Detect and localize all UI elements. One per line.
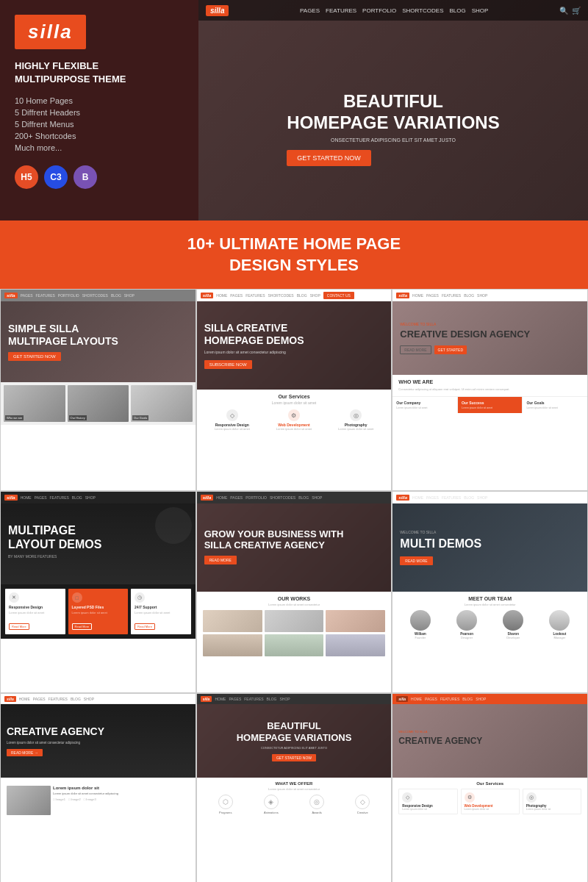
card3-title: CREATIVE DESIGN AGENCY: [400, 329, 580, 340]
demo-card-2[interactable]: silla HOME PAGES FEATURES SHORTCODES BLO…: [196, 289, 392, 491]
hero-cta-button[interactable]: GET STARTED NOW: [287, 150, 371, 166]
team-role-2: Designer: [445, 636, 489, 639]
card8-nav: silla HOME PAGES FEATURES BLOG SHOP: [197, 694, 392, 704]
card4-card-desc-3: Lorem ipsum dolor sit amet: [135, 611, 187, 614]
card2-hero: SILLA CREATIVE HOMEPAGE DEMOS Lorem ipsu…: [197, 301, 392, 390]
card1-thumb-2: Our History: [68, 385, 129, 422]
service-icon-1: ◇: [226, 409, 238, 421]
card3-hero: WELCOME TO SILLA CREATIVE DESIGN AGENCY …: [392, 301, 587, 375]
card4-bottom-cards: ✕ Responsive Design Lorem ipsum dolor si…: [1, 584, 196, 639]
card5-works-sub: Lorem ipsum dolor sit amet consectetur: [203, 603, 386, 606]
card3-bottom-company-title: Our Company: [396, 401, 453, 405]
card6-team: MEET OUR TEAM Lorem ipsum dolor sit amet…: [392, 592, 587, 644]
card3-btns: READ MORE GET STARTED: [400, 345, 580, 354]
card2-service-row: ◇ Responsive Design Lorem ipsum dolor si…: [203, 409, 386, 431]
card8-offer-sub: Lorem ipsum dolor sit amet consectetur: [203, 787, 386, 791]
card6-cta[interactable]: READ MORE: [400, 556, 432, 565]
card9-service-1: ◇ Responsive Design Lorem ipsum dolor si…: [398, 789, 457, 814]
team-member-1: William Founder: [398, 610, 442, 639]
card5-title: GROW YOUR BUSINESS WITHSILLA CREATIVE AG…: [204, 528, 384, 551]
card2-title: SILLA CREATIVE HOMEPAGE DEMOS: [204, 322, 384, 347]
card4-card-desc-1: Lorem ipsum dolor sit amet: [9, 611, 62, 614]
nav-link-shortcodes[interactable]: SHORTCODES: [402, 7, 443, 14]
hero-title: BEAUTIFUL HOMEPAGE VARIATIONS: [287, 91, 499, 134]
red-banner: 10+ ULTIMATE HOME PAGE DESIGN STYLES: [0, 220, 588, 289]
card3-start-btn[interactable]: GET STARTED: [434, 345, 467, 354]
card7-title: CREATIVE AGENCY: [7, 725, 190, 738]
card4-card-3: ◷ 24/7 Support Lorem ipsum dolor sit ame…: [131, 589, 191, 634]
card3-bottom-company: Our Company Lorem ipsum dolor sit amet: [392, 397, 458, 413]
nav-link-blog[interactable]: BLOG: [450, 7, 466, 14]
work-thumb-5: [265, 634, 324, 656]
card4-card-btn-1[interactable]: Read More: [9, 623, 29, 630]
card9-logo: silla: [396, 696, 408, 702]
hero-bg: silla PAGES FEATURES PORTFOLIO SHORTCODE…: [198, 0, 588, 220]
card6-title: MULTI DEMOS: [400, 537, 580, 551]
top-section: silla HIGHLY FLEXIBLE MULTIPURPOSE THEME…: [0, 0, 588, 220]
card8-cta[interactable]: GET STARTED NOW: [272, 754, 316, 761]
demo-card-3[interactable]: silla HOME PAGES FEATURES BLOG SHOP WELC…: [392, 289, 588, 491]
card9-service-2: ⚙ Web Development Lorem ipsum dolor sit: [461, 789, 520, 814]
demos-grid-row3: silla HOME PAGES FEATURES BLOG SHOP CREA…: [0, 693, 588, 882]
demo-card-1[interactable]: silla PAGES FEATURES PORTFOLIO SHORTCODE…: [0, 289, 196, 491]
card2-cta[interactable]: SUBSCRIBE NOW: [204, 360, 252, 369]
card4-card-1: ✕ Responsive Design Lorem ipsum dolor si…: [5, 589, 65, 634]
card6-nav: silla HOME PAGES FEATURES BLOG SHOP: [392, 492, 587, 503]
banner-text: 10+ ULTIMATE HOME PAGE DESIGN STYLES: [0, 234, 588, 276]
card4-card-btn-3[interactable]: Read More: [135, 623, 155, 630]
work-thumb-4: [203, 634, 262, 656]
card1-title: SIMPLE SILLA MULTIPAGE LAYOUTS: [8, 323, 188, 348]
demo-card-8[interactable]: silla HOME PAGES FEATURES BLOG SHOP BEAU…: [196, 693, 392, 882]
team-member-3: Sharon Developer: [492, 610, 535, 639]
card4-card-2: □ Layered PSD Files Lorem ipsum dolor si…: [68, 589, 129, 634]
demos-grid-row2: silla HOME PAGES FEATURES BLOG SHOP MULT…: [0, 491, 588, 693]
logo-box[interactable]: silla: [15, 15, 86, 49]
nav-link-pages[interactable]: PAGES: [300, 7, 320, 14]
feature-item: 5 Diffrent Menus: [15, 118, 184, 130]
card2-logo: silla: [201, 293, 214, 298]
nav-link-shop[interactable]: SHOP: [472, 7, 489, 14]
card3-bottom-company-desc: Lorem ipsum dolor sit amet: [396, 406, 453, 409]
hero-panel: silla PAGES FEATURES PORTFOLIO SHORTCODE…: [198, 0, 588, 220]
card1-logo: silla: [4, 293, 18, 298]
feature-list: 10 Home Pages 5 Diffrent Headers 5 Diffr…: [15, 95, 184, 154]
service-desc-2: Lorem ipsum dolor sit amet: [265, 427, 323, 431]
demo-card-9[interactable]: silla HOME PAGES FEATURES BLOG SHOP WELC…: [392, 693, 588, 882]
team-avatar-3: [503, 610, 523, 631]
demo-card-6[interactable]: silla HOME PAGES FEATURES BLOG SHOP WELC…: [392, 491, 588, 693]
card6-team-title: MEET OUR TEAM: [398, 596, 581, 601]
card1-cta[interactable]: GET STARTED NOW: [8, 352, 61, 361]
card9-nav-links: HOME PAGES FEATURES BLOG SHOP: [411, 697, 486, 701]
card2-nav-btn[interactable]: CONTACT US: [323, 292, 354, 299]
card7-couple-text: Lorem ipsum dolor sit amet consectetur a…: [53, 792, 118, 795]
card2-nav-links: HOME PAGES FEATURES SHORTCODES BLOG SHOP: [216, 293, 320, 298]
demo-card-5[interactable]: silla HOME PAGES PORTFOLIO SHORTCODES BL…: [196, 491, 392, 693]
card4-card-icon-2: □: [72, 592, 82, 603]
card4-card-btn-2[interactable]: Read More: [72, 623, 93, 630]
card1-nav: silla PAGES FEATURES PORTFOLIO SHORTCODE…: [1, 290, 196, 301]
demo-card-7[interactable]: silla HOME PAGES FEATURES BLOG SHOP CREA…: [0, 693, 196, 882]
service-desc-1: Lorem ipsum dolor sit amet: [203, 427, 262, 431]
nav-link-portfolio[interactable]: PORTFOLIO: [362, 7, 396, 14]
card9-title: CREATIVE AGENCY: [398, 736, 581, 746]
search-icon[interactable]: 🔍: [559, 7, 568, 15]
nav-link-features[interactable]: FEATURES: [326, 7, 356, 14]
demo-card-4[interactable]: silla HOME PAGES FEATURES BLOG SHOP MULT…: [0, 491, 196, 693]
offer-icon-circle-4: ◇: [355, 795, 370, 809]
offer-icon-4: ◇ Creative: [355, 795, 370, 814]
team-avatar-4: [549, 610, 570, 631]
card8-offer: WHAT WE OFFER Lorem ipsum dolor sit amet…: [197, 778, 392, 818]
card7-cta[interactable]: READ MORE →: [7, 749, 43, 756]
card5-cta[interactable]: READ MORE: [204, 556, 237, 564]
card8-title: BEAUTIFUL HOMEPAGE VARIATIONS: [237, 720, 352, 743]
card3-read-btn[interactable]: READ MORE: [400, 345, 431, 354]
card2-subtitle: Lorem ipsum dolor sit amet consectetur a…: [204, 350, 384, 354]
card9-service-row: ◇ Responsive Design Lorem ipsum dolor si…: [398, 789, 581, 814]
tech-badges: H5 C3 B: [15, 165, 184, 189]
card6-logo: silla: [396, 495, 409, 501]
card8-offer-title: WHAT WE OFFER: [203, 781, 386, 786]
team-role-1: Founder: [398, 636, 442, 639]
card4-card-icon-3: ◷: [135, 592, 145, 603]
cart-icon[interactable]: 🛒: [572, 7, 581, 15]
card9-welcome: WELCOME TO SILLA: [398, 730, 581, 734]
